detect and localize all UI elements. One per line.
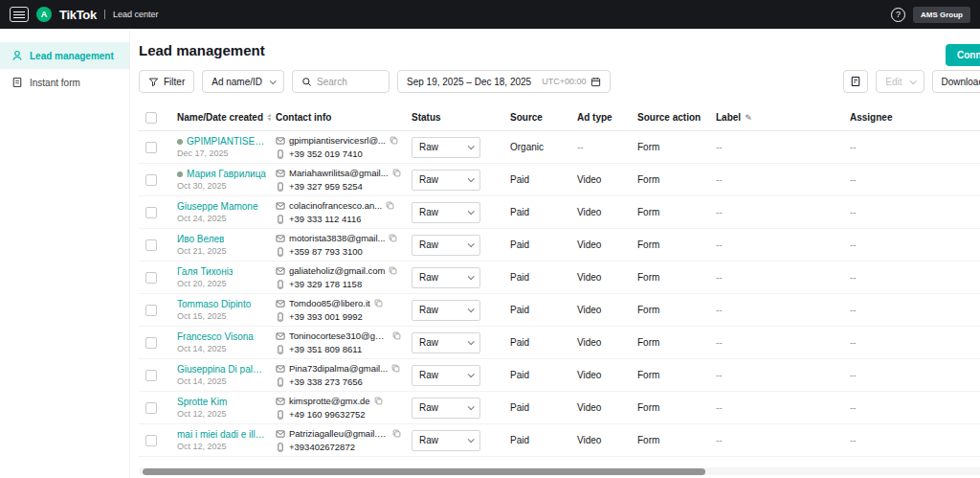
copy-icon[interactable] <box>391 364 400 373</box>
lead-name-link[interactable]: Иво Велев <box>177 234 224 244</box>
lead-source: Paid <box>505 305 572 315</box>
help-icon[interactable]: ? <box>891 8 905 22</box>
row-checkbox[interactable] <box>145 435 157 446</box>
lead-name-link[interactable]: Tommaso Dipinto <box>177 299 251 309</box>
lead-source-action: Form <box>633 142 711 152</box>
copy-icon[interactable] <box>374 299 383 307</box>
status-value: Raw <box>419 239 438 250</box>
copy-icon[interactable] <box>374 397 383 405</box>
date-range-picker[interactable]: Sep 19, 2025 – Dec 18, 2025 UTC+00:00 <box>397 70 611 93</box>
lead-assignee: -- <box>845 174 969 185</box>
status-select[interactable]: Raw <box>412 267 480 288</box>
lead-name-link[interactable]: Giuseppe Mamone <box>177 201 258 212</box>
lead-name-link[interactable]: Francesco Visona <box>177 331 254 342</box>
row-checkbox[interactable] <box>145 272 157 284</box>
row-checkbox[interactable] <box>145 370 157 381</box>
phone-icon <box>276 410 285 420</box>
email-icon <box>276 299 285 308</box>
export-report-button[interactable] <box>843 70 868 93</box>
search-box <box>292 70 390 93</box>
copy-icon[interactable] <box>390 136 398 145</box>
instant-form-icon <box>11 77 23 88</box>
new-lead-dot <box>177 139 183 145</box>
download-button[interactable]: Download <box>932 70 980 93</box>
copy-icon[interactable] <box>392 331 401 340</box>
status-value: Raw <box>419 305 438 315</box>
status-select[interactable]: Raw <box>412 202 480 223</box>
connect-button[interactable]: Connect <box>946 44 980 66</box>
lead-source-action: Form <box>633 305 711 315</box>
menu-icon[interactable] <box>10 7 29 22</box>
status-select[interactable]: Raw <box>412 235 480 256</box>
phone-icon <box>276 345 285 354</box>
ad-name-dropdown[interactable]: Ad name/ID <box>202 70 284 93</box>
table-row: Мария Гаврилица Oct 30, 2025 Mariahawril… <box>139 164 980 196</box>
status-select[interactable]: Raw <box>412 170 480 191</box>
copy-icon[interactable] <box>392 429 401 438</box>
row-checkbox[interactable] <box>145 305 157 316</box>
filter-button[interactable]: Filter <box>139 70 194 93</box>
edit-button[interactable]: Edit <box>876 70 924 93</box>
tiktok-logo: TikTok <box>59 8 97 22</box>
copy-icon[interactable] <box>389 266 397 275</box>
email-icon <box>276 201 285 211</box>
lead-name-link[interactable]: Giuseppina Di palma <box>177 364 265 375</box>
status-select[interactable]: Raw <box>412 137 480 158</box>
chevron-down-icon <box>270 78 277 84</box>
row-checkbox[interactable] <box>145 174 157 186</box>
copy-icon[interactable] <box>386 201 394 210</box>
chevron-down-icon <box>468 240 475 247</box>
status-select[interactable]: Raw <box>412 300 480 321</box>
row-checkbox[interactable] <box>145 239 157 251</box>
lead-ad-type: Video <box>572 402 633 413</box>
status-select[interactable]: Raw <box>412 332 480 353</box>
sidebar-item-label: Lead management <box>30 51 114 61</box>
lead-date: Dec 17, 2025 <box>177 148 271 158</box>
search-icon <box>301 77 312 87</box>
status-select[interactable]: Raw <box>412 365 480 386</box>
chevron-down-icon <box>468 436 475 443</box>
lead-date: Oct 30, 2025 <box>177 181 271 191</box>
row-checkbox[interactable] <box>145 207 157 218</box>
select-all-checkbox[interactable] <box>145 112 157 124</box>
status-value: Raw <box>419 207 438 217</box>
chevron-down-icon <box>468 273 475 280</box>
lead-source-action: Form <box>633 337 711 348</box>
edit-labels-icon[interactable]: ✎ <box>745 113 752 123</box>
table-row: GPIMPIANTISERVICE.SRL Dec 17, 2025 gpimp… <box>139 131 980 164</box>
status-select[interactable]: Raw <box>412 430 480 451</box>
sidebar-item-lead-management[interactable]: Lead management <box>0 42 129 69</box>
lead-name-link[interactable]: Галя Тихоніз <box>177 266 233 277</box>
org-account-button[interactable]: AMS Group <box>913 7 970 23</box>
table-row: mai i miei dadi e illegittimo Oct 12, 20… <box>139 424 980 457</box>
avatar[interactable]: A <box>36 7 52 22</box>
lead-name-link[interactable]: GPIMPIANTISERVICE.SRL <box>187 136 271 147</box>
chevron-down-icon <box>468 306 475 312</box>
lead-ad-type: Video <box>572 239 633 250</box>
lead-ad-type: Video <box>572 174 633 185</box>
row-checkbox[interactable] <box>145 142 157 153</box>
lead-label: -- <box>711 272 845 283</box>
row-checkbox[interactable] <box>145 337 157 349</box>
horizontal-scrollbar-thumb[interactable] <box>143 468 705 475</box>
status-select[interactable]: Raw <box>412 398 480 419</box>
lead-assignee: -- <box>845 272 969 283</box>
copy-icon[interactable] <box>392 169 401 177</box>
lead-assignee: -- <box>845 435 969 445</box>
copy-icon[interactable] <box>389 234 397 242</box>
horizontal-scrollbar[interactable] <box>139 467 980 475</box>
column-header-name: Name/Date created <box>177 112 263 123</box>
lead-ad-type: Video <box>572 305 633 315</box>
sidebar-item-instant-form[interactable]: Instant form <box>0 69 129 96</box>
chevron-down-icon <box>468 338 475 345</box>
search-input[interactable] <box>317 77 380 87</box>
lead-name-link[interactable]: mai i miei dadi e illegittimo <box>177 429 265 440</box>
lead-assignee: -- <box>845 207 969 217</box>
table-row: Иво Велев Oct 21, 2025 motorista3838@gma… <box>139 229 980 262</box>
lead-name-link[interactable]: Sprotte Kim <box>177 397 227 407</box>
row-checkbox[interactable] <box>145 402 157 414</box>
lead-phone: +39 351 809 8611 <box>289 344 362 354</box>
lead-name-link[interactable]: Мария Гаврилица <box>187 169 266 179</box>
document-icon <box>850 76 861 87</box>
lead-label: -- <box>711 207 845 217</box>
